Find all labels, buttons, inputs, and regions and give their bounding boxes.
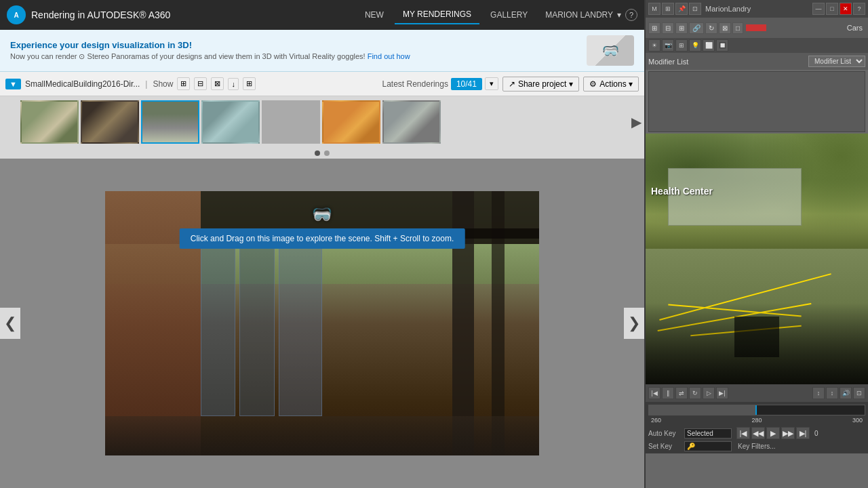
main-image-container[interactable]: 🥽 Click and Drag on this image to explor… <box>105 191 539 455</box>
skip-start-button[interactable]: |◀ <box>736 427 750 439</box>
share-chevron-icon: ▾ <box>569 79 573 89</box>
share-icon: ↗ <box>509 79 515 89</box>
vp-action-10[interactable]: ⊡ <box>853 387 865 399</box>
color-swatch <box>746 24 766 31</box>
view-icon-btn-2[interactable]: ⊟ <box>194 77 207 90</box>
vp-action-5[interactable]: ▷ <box>703 387 715 399</box>
my-renderings-nav-button[interactable]: MY RENDERINGS <box>395 5 479 24</box>
thumbnail-5[interactable] <box>262 100 320 144</box>
timeline-mid: 280 <box>751 417 762 424</box>
view-icon-btn-5[interactable]: ⊞ <box>243 77 256 90</box>
thumbnail-2[interactable] <box>81 100 139 144</box>
prev-frame-button[interactable]: ◀◀ <box>751 427 765 439</box>
rt-toolbar-btn-4[interactable]: 🔗 <box>689 22 704 34</box>
carousel-dot-1[interactable] <box>315 150 320 156</box>
vp-action-6[interactable]: ▶| <box>716 387 728 399</box>
vp-icon-3[interactable]: ⊞ <box>675 39 688 52</box>
timeline-bar[interactable] <box>648 405 865 415</box>
vp-action-2[interactable]: ‖ <box>662 387 674 399</box>
banner-text: Experience your design visualization in … <box>10 40 410 61</box>
vp-icon-6[interactable]: 🔲 <box>716 39 728 52</box>
rt-toolbar-btn-6[interactable]: ⊠ <box>719 22 731 34</box>
set-key-field[interactable]: 🔑 <box>684 441 732 451</box>
user-section: MARION LANDRY ▾ ? <box>545 9 637 21</box>
vp-action-7[interactable]: ↕ <box>812 387 825 399</box>
bottom-viewport[interactable] <box>646 249 868 384</box>
app-title: Rendering in AUTODESK® A360 <box>31 9 351 20</box>
vp-action-3[interactable]: ⇌ <box>675 387 688 399</box>
timeline-start: 260 <box>651 417 661 424</box>
top-nav: NEW MY RENDERINGS GALLERY MARION LANDRY … <box>357 5 637 24</box>
rt-icon-2[interactable]: 📌 <box>675 3 688 15</box>
right-toolbar: ⊞ ⊟ ⊞ 🔗 ↻ ⊠ □ Cars <box>646 18 868 38</box>
right-window-bar: M ⊞ 📌 ⊡ MarionLandry — □ ✕ ? <box>646 0 868 18</box>
thumbnail-4[interactable] <box>201 100 260 144</box>
rt-toolbar-btn-3[interactable]: ⊞ <box>675 22 688 34</box>
rt-toolbar-btn-5[interactable]: ↻ <box>705 22 717 34</box>
thumbnail-3[interactable] <box>141 100 199 144</box>
rt-toolbar-btn-7[interactable]: □ <box>732 22 743 34</box>
bottom-controls: Auto Key Selected |◀ ◀◀ ▶ ▶▶ ▶| 0 Set Ke… <box>646 425 868 453</box>
set-key-label: Set Key <box>648 443 682 450</box>
banner-link[interactable]: Find out how <box>368 52 410 60</box>
forward-button[interactable]: ▶▶ <box>781 427 795 439</box>
dots-bar <box>0 148 644 159</box>
modifier-label: Modifier List <box>648 58 688 66</box>
modifier-dropdown[interactable]: Modifier List <box>808 56 865 67</box>
renderings-dropdown-button[interactable]: ▾ <box>485 77 498 90</box>
top-bar: A Rendering in AUTODESK® A360 NEW MY REN… <box>0 0 644 30</box>
prev-image-button[interactable]: ❮ <box>0 308 20 339</box>
thumbnails-next-arrow[interactable]: ▶ <box>631 114 642 130</box>
banner: Experience your design visualization in … <box>0 30 644 72</box>
gallery-nav-button[interactable]: GALLERY <box>482 6 536 24</box>
vp-action-4[interactable]: ↻ <box>689 387 701 399</box>
play-button[interactable]: ▶ <box>766 427 780 439</box>
tooltip-bar: Click and Drag on this image to explore … <box>180 228 465 249</box>
toolbar: ▼ SmallMedicalBuilding2016-Dir... | Show… <box>0 72 644 96</box>
view-icon-btn-3[interactable]: ⊠ <box>211 77 224 90</box>
view-icon-btn-1[interactable]: ⊞ <box>177 77 190 90</box>
help-right-button[interactable]: ? <box>853 3 865 15</box>
help-button[interactable]: ? <box>625 9 637 21</box>
banner-headline: Experience your design visualization in … <box>10 40 410 50</box>
frame-counter: 0 <box>814 430 818 437</box>
auto-key-row: Auto Key Selected |◀ ◀◀ ▶ ▶▶ ▶| 0 <box>648 427 865 439</box>
timeline-section: 260 280 300 <box>646 402 868 425</box>
vp-action-1[interactable]: |◀ <box>648 387 660 399</box>
rt-toolbar-btn-2[interactable]: ⊟ <box>662 22 674 34</box>
actions-button[interactable]: ⚙ Actions ▾ <box>583 77 639 92</box>
close-button[interactable]: ✕ <box>840 3 852 15</box>
filter-button[interactable]: ▼ <box>5 79 21 89</box>
minimize-button[interactable]: — <box>812 3 825 15</box>
vp-icon-2[interactable]: 📷 <box>662 39 674 52</box>
thumbnail-1[interactable] <box>20 100 79 144</box>
rt-icon-3[interactable]: ⊡ <box>689 3 701 15</box>
carousel-dot-2[interactable] <box>324 150 330 156</box>
maximize-button[interactable]: □ <box>826 3 838 15</box>
cars-label: Cars <box>847 24 865 32</box>
vr-headset-icon: 🥽 <box>587 35 634 66</box>
thumbnail-7[interactable] <box>382 100 441 144</box>
show-label: Show <box>153 79 173 89</box>
vp-action-9[interactable]: 🔊 <box>840 387 852 399</box>
actions-icon: ⚙ <box>589 79 597 89</box>
left-panel: A Rendering in AUTODESK® A360 NEW MY REN… <box>0 0 644 488</box>
vp-action-8[interactable]: ↕ <box>826 387 838 399</box>
view-icon-btn-4[interactable]: ↓ <box>228 78 239 90</box>
main-view-area: ❮ ❯ 🥽 <box>0 159 644 488</box>
new-nav-button[interactable]: NEW <box>357 6 392 24</box>
vp-icon-1[interactable]: ☀ <box>648 39 660 52</box>
banner-body: Now you can render ⊙ Stereo Panoramas of… <box>10 52 410 60</box>
scene-viewport[interactable]: Health Center <box>646 134 868 249</box>
next-image-button[interactable]: ❯ <box>624 308 644 339</box>
rt-toolbar-btn-1[interactable]: ⊞ <box>648 22 660 34</box>
vp-icon-4[interactable]: 💡 <box>689 39 701 52</box>
thumbnail-6[interactable] <box>322 100 380 144</box>
share-project-button[interactable]: ↗ Share project ▾ <box>502 77 579 92</box>
vp-icon-5[interactable]: ⬜ <box>703 39 715 52</box>
rt-icon-1[interactable]: ⊞ <box>662 3 674 15</box>
viewport-action-bar: |◀ ‖ ⇌ ↻ ▷ ▶| ↕ ↕ 🔊 ⊡ <box>646 384 868 402</box>
latest-renderings-label: Latest Renderings <box>382 79 448 89</box>
skip-end-button[interactable]: ▶| <box>796 427 810 439</box>
auto-key-field[interactable]: Selected <box>684 428 732 439</box>
